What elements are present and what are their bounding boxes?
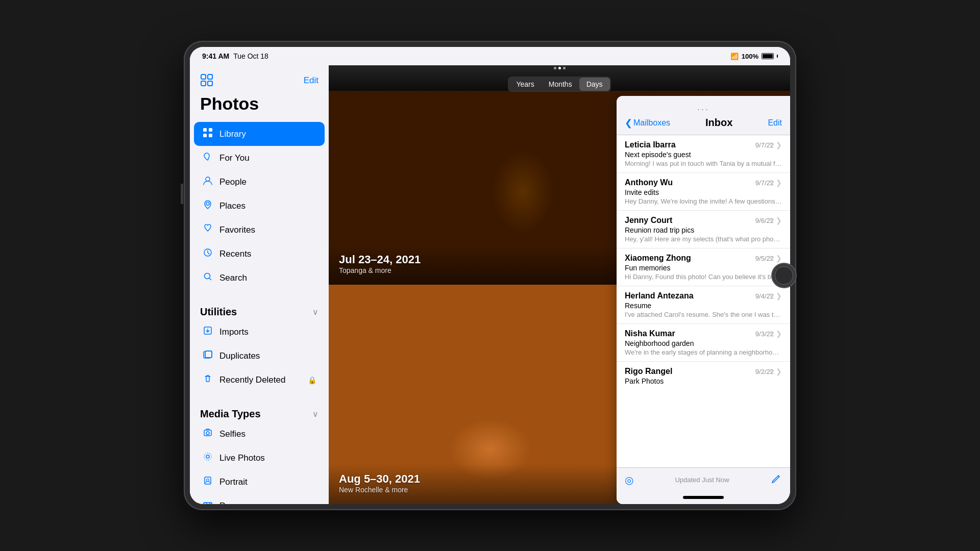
mail-compose-icon[interactable] <box>771 473 782 487</box>
places-icon <box>202 199 213 212</box>
sidebar-item-search[interactable]: Search <box>194 266 325 290</box>
mail-preview-1: Hey Danny, We're loving the invite! A fe… <box>625 197 782 205</box>
mail-back-button[interactable]: ❮ Mailboxes <box>625 117 670 129</box>
sidebar-edit-button[interactable]: Edit <box>304 76 318 86</box>
svg-rect-6 <box>203 134 207 137</box>
mail-item-2[interactable]: Jenny Court 9/6/22 ❯ ✎ Reunion road trip… <box>617 211 790 248</box>
svg-rect-7 <box>209 134 212 137</box>
sidebar-item-live-photos[interactable]: Live Photos <box>194 446 325 470</box>
people-icon <box>202 176 213 188</box>
library-icon <box>202 128 213 140</box>
mail-item-4[interactable]: Herland Antezana 9/4/22 ❯ ✎ Resume I've … <box>617 286 790 324</box>
svg-rect-0 <box>201 74 206 79</box>
mail-item-1[interactable]: Anthony Wu 9/7/22 ❯ ✎ Invite edits Hey D… <box>617 173 790 211</box>
chevron-left-icon: ❮ <box>625 117 632 129</box>
mail-sender-2: Jenny Court <box>625 216 672 225</box>
days-filter-button[interactable]: Days <box>579 78 610 91</box>
sidebar-item-recents[interactable]: Recents <box>194 242 325 266</box>
mail-edit-button[interactable]: Edit <box>768 118 782 128</box>
home-button[interactable] <box>771 263 797 288</box>
mail-chevron-icon-4: ❯ <box>776 292 782 300</box>
mail-updated-label: Updated Just Now <box>675 476 729 484</box>
duplicates-icon <box>202 349 213 362</box>
status-time: 9:41 AM <box>202 52 229 60</box>
mail-preview-2: Hey, y'all! Here are my selects (that's … <box>625 235 782 243</box>
mail-chevron-icon-3: ❯ <box>776 254 782 262</box>
recents-label: Recents <box>219 249 251 259</box>
mail-drag-handle: ··· <box>625 102 782 117</box>
volume-button <box>181 184 183 204</box>
mail-pencil-icon-4: ✎ <box>769 292 774 299</box>
mail-subject-6: Park Photos <box>625 377 782 385</box>
mail-header: ··· ❮ Mailboxes Inbox Edit <box>617 96 790 135</box>
home-button-inner <box>775 266 793 285</box>
svg-rect-4 <box>203 128 207 132</box>
search-icon <box>202 271 213 284</box>
mail-preview-5: We're in the early stages of planning a … <box>625 348 782 356</box>
sidebar-item-favorites[interactable]: Favorites <box>194 218 325 242</box>
utilities-section-header[interactable]: Utilities ∨ <box>190 298 329 320</box>
mail-chevron-icon-5: ❯ <box>776 330 782 338</box>
duplicates-label: Duplicates <box>219 351 260 361</box>
mail-footer: ◎ Updated Just Now <box>617 467 790 492</box>
svg-point-21 <box>207 479 209 482</box>
favorites-icon <box>202 223 213 236</box>
sidebar-item-places[interactable]: Places <box>194 194 325 218</box>
mail-pencil-icon-1: ✎ <box>769 179 774 186</box>
sidebar-item-people[interactable]: People <box>194 170 325 194</box>
mail-subject-0: Next episode's guest <box>625 151 782 159</box>
sidebar-item-panoramas[interactable]: Panoramas <box>194 494 325 504</box>
battery-icon <box>762 53 774 59</box>
portrait-icon <box>202 475 213 488</box>
svg-point-19 <box>204 453 211 460</box>
wifi-icon: 📶 <box>730 53 739 60</box>
mail-sender-5: Nisha Kumar <box>625 329 675 338</box>
mail-subject-1: Invite edits <box>625 188 782 196</box>
photos-app-title: Photos <box>190 92 329 122</box>
mail-preview-4: I've attached Carol's resume. She's the … <box>625 311 782 318</box>
mail-item-5[interactable]: Nisha Kumar 9/3/22 ❯ ✎ Neighborhood gard… <box>617 324 790 362</box>
favorites-label: Favorites <box>219 225 255 235</box>
time-filter-group: Years Months Days <box>508 77 610 92</box>
mail-inbox-title: Inbox <box>705 117 732 129</box>
months-filter-button[interactable]: Months <box>542 78 579 91</box>
search-label: Search <box>219 273 247 283</box>
sidebar-item-selfies[interactable]: Selfies <box>194 422 325 446</box>
home-indicator <box>683 496 724 499</box>
lock-icon: 🔒 <box>308 376 316 384</box>
mail-pencil-icon-2: ✎ <box>769 217 774 224</box>
mail-filter-icon[interactable]: ◎ <box>625 474 633 486</box>
portrait-label: Portrait <box>219 477 248 487</box>
mail-pencil-icon-6: ✎ <box>769 368 774 375</box>
mail-subject-5: Neighborhood garden <box>625 339 782 347</box>
sidebar-item-imports[interactable]: Imports <box>194 320 325 344</box>
library-label: Library <box>219 129 246 139</box>
mail-item-3[interactable]: Xiaomeng Zhong 9/5/22 ❯ ✎ Fun memories H… <box>617 248 790 286</box>
mail-item-6[interactable]: Rigo Rangel 9/2/22 ❯ ✎ Park Photos <box>617 362 790 391</box>
sidebar-item-portrait[interactable]: Portrait <box>194 470 325 494</box>
sidebar-item-for-you[interactable]: For You <box>194 146 325 170</box>
mail-subject-3: Fun memories <box>625 264 782 272</box>
mail-list: Leticia Ibarra 9/7/22 ❯ ✎ Next episode's… <box>617 135 790 467</box>
recently-deleted-icon <box>202 373 213 386</box>
imports-label: Imports <box>219 327 249 337</box>
mail-pencil-icon-5: ✎ <box>769 330 774 337</box>
sidebar-item-duplicates[interactable]: Duplicates <box>194 344 325 368</box>
mail-sender-1: Anthony Wu <box>625 178 673 187</box>
utilities-title: Utilities <box>200 306 237 318</box>
media-types-chevron-icon: ∨ <box>312 409 318 419</box>
for-you-icon <box>202 152 213 164</box>
for-you-label: For You <box>219 153 250 163</box>
svg-rect-14 <box>205 351 212 358</box>
sidebar-item-recently-deleted[interactable]: Recently Deleted 🔒 <box>194 368 325 392</box>
sidebar-item-library[interactable]: Library <box>194 122 325 146</box>
media-types-title: Media Types <box>200 408 261 420</box>
mail-preview-3: Hi Danny, Found this photo! Can you beli… <box>625 273 782 281</box>
mail-sender-3: Xiaomeng Zhong <box>625 254 691 263</box>
years-filter-button[interactable]: Years <box>509 78 541 91</box>
media-types-section-header[interactable]: Media Types ∨ <box>190 400 329 422</box>
svg-rect-1 <box>208 74 212 79</box>
sidebar-toggle-icon[interactable] <box>200 73 214 88</box>
mail-pencil-icon-3: ✎ <box>769 255 774 262</box>
mail-item-0[interactable]: Leticia Ibarra 9/7/22 ❯ ✎ Next episode's… <box>617 135 790 173</box>
